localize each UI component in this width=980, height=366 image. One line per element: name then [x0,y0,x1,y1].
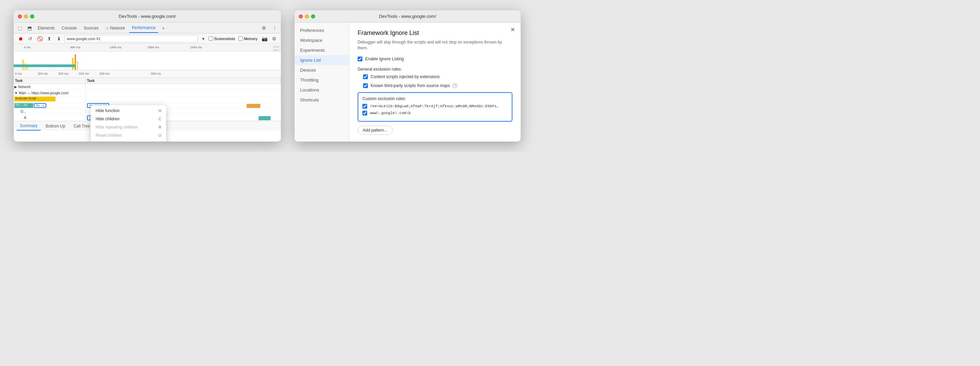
device-icon[interactable]: ⬒ [25,24,33,32]
settings-close-button[interactable]: ✕ [508,25,517,33]
ruler-mark-3: 1994 ms [147,46,159,49]
devtools-tabbar: ⬚ ⬒ Elements Console Sources ⚠ Network P… [14,22,281,33]
on-ilist-bar: On i...list [14,103,33,108]
capture-icon[interactable]: 📷 [260,35,269,43]
url-input[interactable] [64,35,198,43]
flame-row-evaluate: Evaluate Script Function Call [14,96,281,102]
tab-elements[interactable]: Elements [35,23,57,33]
ruler-mark-0: 4 ms [24,46,31,49]
minimize-button-2[interactable] [305,14,309,19]
cpu-bar [72,58,74,70]
exclusion-item-0: /ee=ALéJib:B8gLwd;AfeaP:TkrAjf;Afksuc:wM… [363,104,508,109]
third-party-help-icon[interactable]: ? [452,83,457,88]
run-s-badge: Ru...s [34,103,46,108]
memory-checkbox[interactable]: Memory [239,36,258,41]
flame-chart-area: Task Task ▶ Network gen_204 (www.google.… [14,78,281,121]
ctx-hide-repeating: Hide repeating children R [91,123,166,131]
maximize-button-1[interactable] [30,14,34,19]
cpu-label: CPU [273,45,280,49]
ctx-reset-trace: Reset trace [91,140,166,142]
ctx-hide-function[interactable]: Hide function H [91,107,166,115]
reload-button[interactable]: ↺ [26,35,34,43]
download-button[interactable]: ⬇ [55,35,63,43]
main-row-label: ▼ Main — https://www.google.com/ [14,91,68,95]
upload-button[interactable]: ⬆ [45,35,53,43]
sidebar-item-devices[interactable]: Devices [294,65,349,75]
settings-content: ✕ Framework Ignore List Debugger will sk… [349,22,521,142]
exclusion-checkbox-1[interactable] [363,111,367,116]
ruler-mark-2: 1494 ms [110,46,122,49]
traffic-lights-1 [18,14,34,19]
flame-col-task2-header: Task [86,78,281,84]
content-scripts-checkbox[interactable] [363,74,368,79]
third-party-label: Known third-party scripts from source ma… [371,83,450,88]
more-icon[interactable]: ⋮ [270,24,279,32]
ctx-hide-children[interactable]: Hide children C [91,115,166,123]
tab-summary[interactable]: Summary [16,122,41,130]
third-party-checkbox[interactable] [363,83,368,88]
tab-call-tree[interactable]: Call Tree [70,122,94,130]
sidebar-item-preferences[interactable]: Preferences [294,25,349,35]
sidebar-item-locations[interactable]: Locations [294,85,349,95]
ruler2-mark-5: 359 ms [151,72,161,75]
orange-bar-1 [247,104,260,108]
tab-network[interactable]: ⚠ Network [103,23,128,33]
add-pattern-button[interactable]: Add pattern... [358,126,393,135]
sidebar-item-shortcuts[interactable]: Shortcuts [294,95,349,105]
exclusion-pattern-0: /ee=ALéJib:B8gLwd;AfeaP:TkrAjf;Afksuc:wM… [370,104,500,108]
ruler-mark-1: 994 ms [70,46,81,49]
close-button-2[interactable] [299,14,303,19]
inspect-icon[interactable]: ⬚ [16,24,24,32]
content-scripts-label: Content scripts injected by extensions [371,74,439,79]
tab-bottom-up[interactable]: Bottom-Up [42,122,68,130]
ruler2-mark-0: 9 ms [15,72,22,75]
devtools-window-2: DevTools - www.google.com/ Preferences W… [294,10,521,142]
timeline-ruler-2: 9 ms 324 ms 329 ms 334 ms 339 ms 359 ms [14,70,281,78]
ruler2-mark-4: 339 ms [99,72,110,75]
sidebar-item-workspace[interactable]: Workspace [294,35,349,45]
sidebar-item-throttling[interactable]: Throttling [294,75,349,85]
enable-ignore-listing-label: Enable Ignore Listing [365,57,404,61]
settings-sidebar: Preferences Workspace Experiments Ignore… [294,22,349,142]
url-bar: ⏺ ↺ 🚫 ⬆ ⬇ ▾ Screenshots Memory 📷 ⚙ [14,33,281,44]
clear-button[interactable]: 🚫 [36,35,44,43]
ctx-reset-children: Reset children U [91,131,166,140]
content-scripts-row: Content scripts injected by extensions [358,74,512,79]
network-warning-icon: ⚠ [105,26,109,30]
flame-col-task-header: Task [14,78,86,84]
tab-console[interactable]: Console [59,23,80,33]
perf-settings-icon[interactable]: ⚙ [270,35,278,43]
maximize-button-2[interactable] [311,14,315,19]
url-dropdown[interactable]: ▾ [199,35,207,43]
tab-more[interactable]: » [160,23,167,33]
flame-row-main: ▼ Main — https://www.google.com/ [14,90,281,96]
devtools-window-1: DevTools - www.google.com/ ⬚ ⬒ Elements … [14,10,281,142]
evaluate-script-bar: Evaluate Script [14,97,56,102]
record-button[interactable]: ⏺ [16,35,25,43]
cpu-bar [75,54,76,70]
o-label: O... [21,110,26,113]
settings-body: Preferences Workspace Experiments Ignore… [294,22,521,142]
custom-rules-title: Custom exclusion rules: [363,96,508,101]
settings-icon[interactable]: ⚙ [259,24,268,32]
close-button-1[interactable] [18,14,22,19]
sidebar-item-experiments[interactable]: Experiments [294,45,349,55]
settings-panel-title: Framework Ignore List [358,29,512,37]
flame-row-network: ▶ Network gen_204 (www.google.com) clien… [14,84,281,90]
tab-performance[interactable]: Performance [129,23,158,33]
custom-exclusion-box: Custom exclusion rules: /ee=ALéJib:B8gLw… [358,92,512,122]
sidebar-item-ignore-list[interactable]: Ignore List [294,55,349,65]
minimize-button-1[interactable] [24,14,28,19]
network-row-label: ▶ Network [14,85,30,89]
exclusion-checkbox-0[interactable] [363,104,367,109]
screenshots-checkbox[interactable]: Screenshots [208,36,235,41]
context-menu: Hide function H Hide children C Hide rep… [91,105,166,142]
settings-panel-desc: Debugger will skip through the scripts a… [358,40,512,51]
tab-sources[interactable]: Sources [81,23,102,33]
window-title-2: DevTools - www.google.com/ [379,14,436,19]
titlebar-2: DevTools - www.google.com/ [294,10,521,22]
a-label: A [24,116,26,119]
timeline-ruler: 4 ms 994 ms 1494 ms 1994 ms 2494 ms CPU … [14,44,281,51]
teal-bar-2 [259,116,270,120]
enable-ignore-listing-checkbox[interactable] [358,57,363,61]
